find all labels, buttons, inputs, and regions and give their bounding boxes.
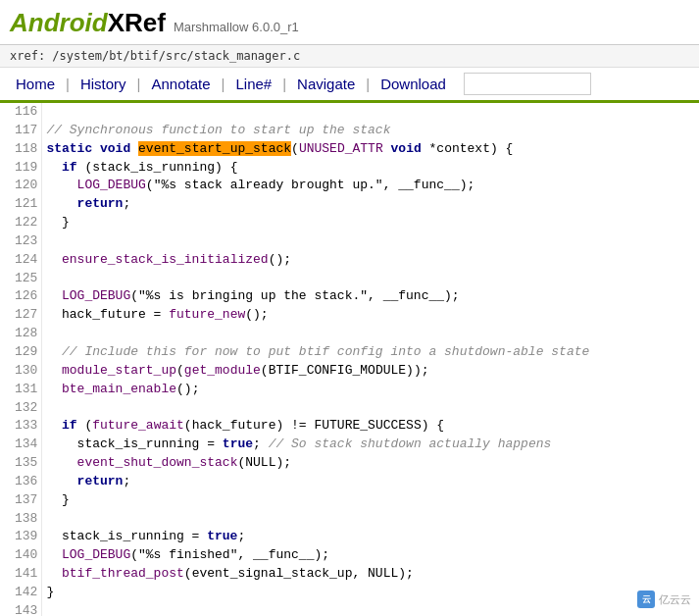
nav-annotate[interactable]: Annotate	[142, 68, 221, 100]
line-code: }	[42, 491, 699, 510]
line-code: bte_main_enable();	[42, 381, 699, 399]
table-row: 135 event_shut_down_stack(NULL);	[0, 454, 699, 473]
table-row: 116	[0, 103, 699, 122]
line-code: LOG_DEBUG("%s finished", __func__);	[42, 546, 699, 565]
nav-download[interactable]: Download	[371, 68, 456, 100]
line-code: return;	[42, 473, 699, 491]
table-row: 132	[0, 399, 699, 418]
line-number: 139	[0, 528, 42, 546]
line-code: LOG_DEBUG("%s stack already brought up."…	[42, 177, 699, 195]
nav-home[interactable]: Home	[6, 68, 65, 100]
logo-android: Android	[10, 8, 108, 38]
line-number: 125	[0, 270, 42, 288]
table-row: 139 stack_is_running = true;	[0, 528, 699, 546]
line-code	[42, 602, 699, 616]
line-number: 116	[0, 103, 42, 122]
line-code: // Synchronous function to start up the …	[42, 122, 699, 140]
line-number: 122	[0, 214, 42, 232]
line-number: 131	[0, 381, 42, 399]
line-number: 128	[0, 325, 42, 343]
line-code: if (future_await(hack_future) != FUTURE_…	[42, 417, 699, 436]
line-code: return;	[42, 195, 699, 214]
table-row: 125	[0, 270, 699, 288]
table-row: 128	[0, 325, 699, 343]
line-number: 138	[0, 510, 42, 529]
logo-version: Marshmallow 6.0.0_r1	[174, 20, 299, 34]
line-code: // Include this for now to put btif conf…	[42, 343, 699, 362]
line-number: 141	[0, 565, 42, 584]
table-row: 124 ensure_stack_is_initialized();	[0, 251, 699, 270]
table-row: 134 stack_is_running = true; // So stack…	[0, 436, 699, 454]
table-row: 120 LOG_DEBUG("%s stack already brought …	[0, 177, 699, 195]
code-area: 116 117// Synchronous function to start …	[0, 103, 699, 616]
navbar: Home | History | Annotate | Line# | Navi…	[0, 68, 699, 103]
line-number: 119	[0, 159, 42, 178]
table-row: 117// Synchronous function to start up t…	[0, 122, 699, 140]
line-code	[42, 510, 699, 529]
line-number: 130	[0, 362, 42, 381]
header: AndroidXRef Marshmallow 6.0.0_r1	[0, 0, 699, 45]
line-code: module_start_up(get_module(BTIF_CONFIG_M…	[42, 362, 699, 381]
table-row: 129 // Include this for now to put btif …	[0, 343, 699, 362]
line-code	[42, 232, 699, 251]
line-code: hack_future = future_new();	[42, 306, 699, 325]
table-row: 142}	[0, 584, 699, 602]
line-code: }	[42, 584, 699, 602]
table-row: 122 }	[0, 214, 699, 232]
line-code	[42, 103, 699, 122]
nav-history[interactable]: History	[71, 68, 136, 100]
table-row: 136 return;	[0, 473, 699, 491]
table-row: 127 hack_future = future_new();	[0, 306, 699, 325]
table-row: 140 LOG_DEBUG("%s finished", __func__);	[0, 546, 699, 565]
breadcrumb: xref: /system/bt/btif/src/stack_manager.…	[0, 45, 699, 68]
table-row: 137 }	[0, 491, 699, 510]
table-row: 123	[0, 232, 699, 251]
table-row: 118static void event_start_up_stack(UNUS…	[0, 140, 699, 159]
line-number: 140	[0, 546, 42, 565]
watermark: 云 亿云云	[637, 590, 691, 608]
logo: AndroidXRef Marshmallow 6.0.0_r1	[10, 8, 689, 38]
line-code	[42, 270, 699, 288]
line-number: 136	[0, 473, 42, 491]
line-number: 120	[0, 177, 42, 195]
line-number: 124	[0, 251, 42, 270]
table-row: 138	[0, 510, 699, 529]
line-number: 126	[0, 287, 42, 306]
nav-navigate[interactable]: Navigate	[287, 68, 365, 100]
table-row: 131 bte_main_enable();	[0, 381, 699, 399]
line-number: 117	[0, 122, 42, 140]
line-number: 121	[0, 195, 42, 214]
breadcrumb-text: xref: /system/bt/btif/src/stack_manager.…	[10, 49, 300, 63]
table-row: 141 btif_thread_post(event_signal_stack_…	[0, 565, 699, 584]
line-number: 118	[0, 140, 42, 159]
line-code	[42, 325, 699, 343]
line-number: 127	[0, 306, 42, 325]
table-row: 119 if (stack_is_running) {	[0, 159, 699, 178]
table-row: 130 module_start_up(get_module(BTIF_CONF…	[0, 362, 699, 381]
line-number: 123	[0, 232, 42, 251]
table-row: 143	[0, 602, 699, 616]
line-code: event_shut_down_stack(NULL);	[42, 454, 699, 473]
logo-xref: XRef	[108, 8, 166, 38]
search-input[interactable]	[464, 73, 591, 95]
table-row: 121 return;	[0, 195, 699, 214]
line-code: }	[42, 214, 699, 232]
line-code: ensure_stack_is_initialized();	[42, 251, 699, 270]
line-code	[42, 399, 699, 418]
line-number: 134	[0, 436, 42, 454]
watermark-text: 亿云云	[659, 592, 691, 607]
line-code: stack_is_running = true;	[42, 528, 699, 546]
line-code: if (stack_is_running) {	[42, 159, 699, 178]
line-code: btif_thread_post(event_signal_stack_up, …	[42, 565, 699, 584]
watermark-icon: 云	[637, 590, 655, 608]
code-table: 116 117// Synchronous function to start …	[0, 103, 699, 616]
nav-line[interactable]: Line#	[225, 68, 281, 100]
line-number: 143	[0, 602, 42, 616]
line-number: 129	[0, 343, 42, 362]
line-number: 137	[0, 491, 42, 510]
line-code: LOG_DEBUG("%s is bringing up the stack."…	[42, 287, 699, 306]
line-code: stack_is_running = true; // So stack shu…	[42, 436, 699, 454]
line-number: 133	[0, 417, 42, 436]
line-code: static void event_start_up_stack(UNUSED_…	[42, 140, 699, 159]
line-number: 142	[0, 584, 42, 602]
